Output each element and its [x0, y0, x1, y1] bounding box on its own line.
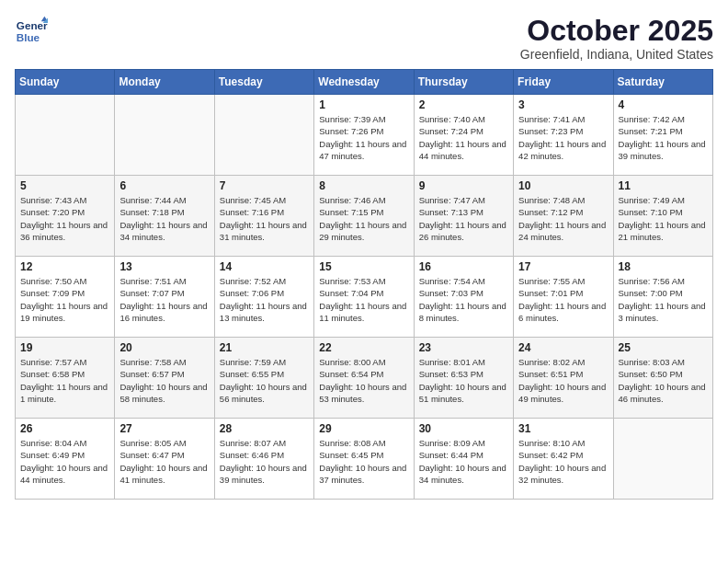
calendar-cell [115, 95, 214, 176]
day-info: Sunrise: 8:01 AMSunset: 6:53 PMDaylight:… [419, 356, 508, 405]
calendar-cell: 27Sunrise: 8:05 AMSunset: 6:47 PMDayligh… [115, 419, 214, 500]
day-number: 15 [319, 260, 408, 273]
day-number: 3 [518, 98, 608, 111]
day-number: 29 [319, 422, 408, 435]
weekday-header: Thursday [414, 70, 513, 95]
day-info: Sunrise: 8:05 AMSunset: 6:47 PMDaylight:… [119, 437, 209, 486]
day-number: 21 [220, 341, 309, 354]
day-info: Sunrise: 8:07 AMSunset: 6:46 PMDaylight:… [220, 437, 309, 486]
calendar-cell: 28Sunrise: 8:07 AMSunset: 6:46 PMDayligh… [214, 419, 313, 500]
day-info: Sunrise: 7:50 AMSunset: 7:09 PMDaylight:… [20, 275, 109, 324]
weekday-header: Tuesday [214, 70, 313, 95]
day-number: 24 [518, 341, 608, 354]
calendar-cell: 30Sunrise: 8:09 AMSunset: 6:44 PMDayligh… [414, 419, 513, 500]
day-number: 5 [20, 179, 109, 192]
calendar-cell: 9Sunrise: 7:47 AMSunset: 7:13 PMDaylight… [414, 176, 513, 257]
calendar-cell: 3Sunrise: 7:41 AMSunset: 7:23 PMDaylight… [514, 95, 613, 176]
calendar-cell: 17Sunrise: 7:55 AMSunset: 7:01 PMDayligh… [514, 257, 613, 338]
calendar-title: October 2025 [520, 15, 713, 47]
day-info: Sunrise: 7:47 AMSunset: 7:13 PMDaylight:… [419, 194, 508, 243]
day-number: 10 [518, 179, 608, 192]
day-info: Sunrise: 7:45 AMSunset: 7:16 PMDaylight:… [220, 194, 309, 243]
calendar-cell: 7Sunrise: 7:45 AMSunset: 7:16 PMDaylight… [214, 176, 313, 257]
day-number: 27 [119, 422, 209, 435]
day-number: 17 [518, 260, 608, 273]
calendar-cell: 5Sunrise: 7:43 AMSunset: 7:20 PMDaylight… [16, 176, 115, 257]
day-number: 18 [619, 260, 708, 273]
day-number: 13 [119, 260, 209, 273]
calendar-week-row: 1Sunrise: 7:39 AMSunset: 7:26 PMDaylight… [16, 95, 713, 176]
title-block: October 2025 Greenfield, Indiana, United… [520, 15, 713, 62]
day-info: Sunrise: 7:55 AMSunset: 7:01 PMDaylight:… [518, 275, 608, 324]
page-header: General Blue October 2025 Greenfield, In… [15, 15, 713, 62]
calendar-cell: 1Sunrise: 7:39 AMSunset: 7:26 PMDaylight… [314, 95, 414, 176]
calendar-cell: 15Sunrise: 7:53 AMSunset: 7:04 PMDayligh… [314, 257, 414, 338]
day-info: Sunrise: 7:54 AMSunset: 7:03 PMDaylight:… [419, 275, 508, 324]
logo: General Blue [15, 15, 48, 48]
day-number: 1 [319, 98, 408, 111]
day-number: 25 [619, 341, 708, 354]
calendar-subtitle: Greenfield, Indiana, United States [520, 47, 713, 62]
logo-icon: General Blue [15, 15, 48, 48]
day-number: 19 [20, 341, 109, 354]
calendar-table: SundayMondayTuesdayWednesdayThursdayFrid… [15, 69, 713, 500]
day-info: Sunrise: 8:02 AMSunset: 6:51 PMDaylight:… [518, 356, 608, 405]
weekday-header: Saturday [613, 70, 712, 95]
calendar-cell [613, 419, 712, 500]
calendar-cell: 10Sunrise: 7:48 AMSunset: 7:12 PMDayligh… [514, 176, 613, 257]
calendar-cell: 21Sunrise: 7:59 AMSunset: 6:55 PMDayligh… [214, 338, 313, 419]
day-info: Sunrise: 7:49 AMSunset: 7:10 PMDaylight:… [619, 194, 708, 243]
calendar-cell: 4Sunrise: 7:42 AMSunset: 7:21 PMDaylight… [613, 95, 712, 176]
day-number: 4 [619, 98, 708, 111]
weekday-header-row: SundayMondayTuesdayWednesdayThursdayFrid… [16, 70, 713, 95]
calendar-cell: 19Sunrise: 7:57 AMSunset: 6:58 PMDayligh… [16, 338, 115, 419]
calendar-cell: 20Sunrise: 7:58 AMSunset: 6:57 PMDayligh… [115, 338, 214, 419]
day-info: Sunrise: 7:48 AMSunset: 7:12 PMDaylight:… [518, 194, 608, 243]
weekday-header: Friday [514, 70, 613, 95]
day-info: Sunrise: 7:52 AMSunset: 7:06 PMDaylight:… [220, 275, 309, 324]
day-info: Sunrise: 7:39 AMSunset: 7:26 PMDaylight:… [319, 113, 408, 162]
calendar-cell: 22Sunrise: 8:00 AMSunset: 6:54 PMDayligh… [314, 338, 414, 419]
calendar-cell [16, 95, 115, 176]
weekday-header: Monday [115, 70, 214, 95]
day-info: Sunrise: 7:56 AMSunset: 7:00 PMDaylight:… [619, 275, 708, 324]
weekday-header: Wednesday [314, 70, 414, 95]
calendar-cell: 13Sunrise: 7:51 AMSunset: 7:07 PMDayligh… [115, 257, 214, 338]
day-number: 6 [119, 179, 209, 192]
day-number: 9 [419, 179, 508, 192]
day-info: Sunrise: 7:53 AMSunset: 7:04 PMDaylight:… [319, 275, 408, 324]
calendar-cell: 25Sunrise: 8:03 AMSunset: 6:50 PMDayligh… [613, 338, 712, 419]
calendar-cell [214, 95, 313, 176]
day-info: Sunrise: 8:00 AMSunset: 6:54 PMDaylight:… [319, 356, 408, 405]
calendar-cell: 24Sunrise: 8:02 AMSunset: 6:51 PMDayligh… [514, 338, 613, 419]
day-number: 23 [419, 341, 508, 354]
day-number: 26 [20, 422, 109, 435]
day-number: 16 [419, 260, 508, 273]
svg-text:Blue: Blue [17, 31, 40, 43]
day-info: Sunrise: 7:59 AMSunset: 6:55 PMDaylight:… [220, 356, 309, 405]
day-number: 7 [220, 179, 309, 192]
day-info: Sunrise: 7:40 AMSunset: 7:24 PMDaylight:… [419, 113, 508, 162]
day-info: Sunrise: 7:58 AMSunset: 6:57 PMDaylight:… [119, 356, 209, 405]
day-number: 31 [518, 422, 608, 435]
calendar-cell: 12Sunrise: 7:50 AMSunset: 7:09 PMDayligh… [16, 257, 115, 338]
day-info: Sunrise: 7:41 AMSunset: 7:23 PMDaylight:… [518, 113, 608, 162]
day-info: Sunrise: 7:57 AMSunset: 6:58 PMDaylight:… [20, 356, 109, 405]
calendar-cell: 29Sunrise: 8:08 AMSunset: 6:45 PMDayligh… [314, 419, 414, 500]
day-number: 8 [319, 179, 408, 192]
calendar-cell: 14Sunrise: 7:52 AMSunset: 7:06 PMDayligh… [214, 257, 313, 338]
day-number: 11 [619, 179, 708, 192]
day-info: Sunrise: 8:03 AMSunset: 6:50 PMDaylight:… [619, 356, 708, 405]
calendar-cell: 8Sunrise: 7:46 AMSunset: 7:15 PMDaylight… [314, 176, 414, 257]
day-info: Sunrise: 7:43 AMSunset: 7:20 PMDaylight:… [20, 194, 109, 243]
calendar-cell: 11Sunrise: 7:49 AMSunset: 7:10 PMDayligh… [613, 176, 712, 257]
calendar-week-row: 19Sunrise: 7:57 AMSunset: 6:58 PMDayligh… [16, 338, 713, 419]
weekday-header: Sunday [16, 70, 115, 95]
day-info: Sunrise: 8:08 AMSunset: 6:45 PMDaylight:… [319, 437, 408, 486]
calendar-cell: 18Sunrise: 7:56 AMSunset: 7:00 PMDayligh… [613, 257, 712, 338]
day-number: 30 [419, 422, 508, 435]
calendar-cell: 31Sunrise: 8:10 AMSunset: 6:42 PMDayligh… [514, 419, 613, 500]
day-info: Sunrise: 7:42 AMSunset: 7:21 PMDaylight:… [619, 113, 708, 162]
day-info: Sunrise: 7:51 AMSunset: 7:07 PMDaylight:… [119, 275, 209, 324]
calendar-cell: 6Sunrise: 7:44 AMSunset: 7:18 PMDaylight… [115, 176, 214, 257]
